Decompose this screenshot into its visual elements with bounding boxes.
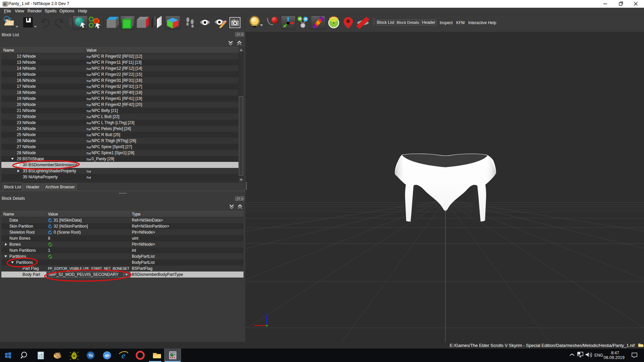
- svg-text:ENG: ENG: [594, 353, 603, 358]
- svg-text:e: e: [41, 353, 42, 355]
- svg-text:8:47: 8:47: [611, 351, 619, 355]
- svg-text:Yu: Yu: [89, 354, 93, 357]
- svg-text:06.09.2019: 06.09.2019: [603, 355, 625, 360]
- svg-text:qb: qb: [105, 353, 109, 357]
